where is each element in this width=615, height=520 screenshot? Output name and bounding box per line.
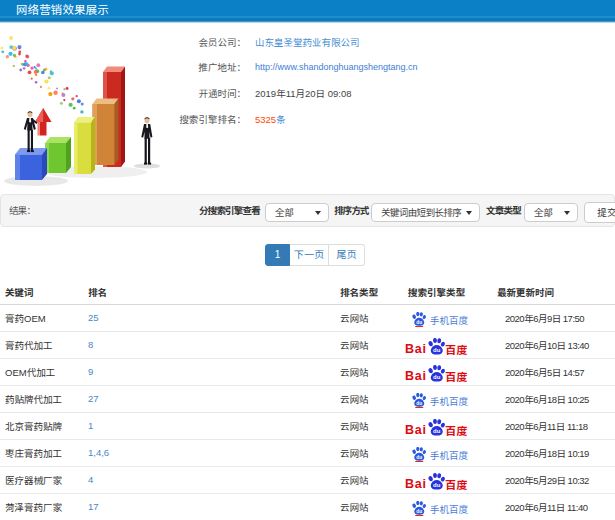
svg-text:du: du: [433, 428, 441, 434]
svg-text:du: du: [416, 401, 422, 406]
svg-text:du: du: [433, 482, 441, 488]
svg-text:du: du: [416, 320, 422, 325]
svg-text:du: du: [416, 455, 422, 460]
svg-text:du: du: [433, 347, 441, 353]
svg-text:du: du: [433, 374, 441, 380]
svg-text:du: du: [416, 509, 422, 514]
